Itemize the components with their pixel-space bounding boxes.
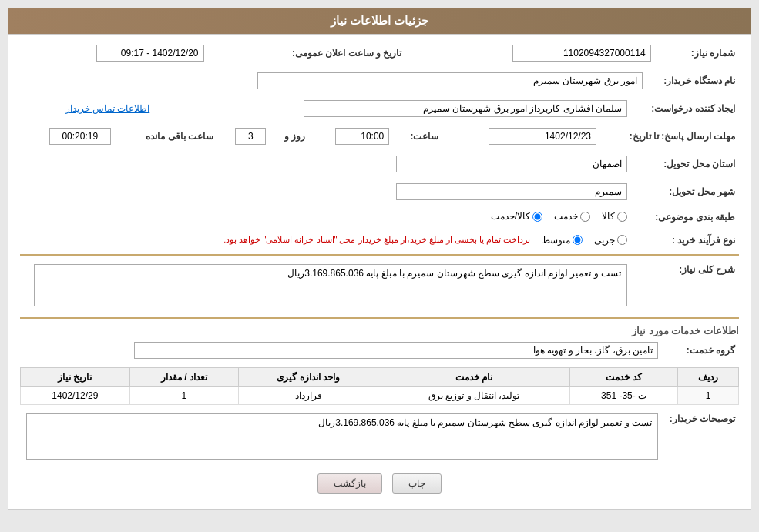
radio-motovaset: متوسط xyxy=(542,235,583,246)
col-radif: ردیف xyxy=(677,367,738,386)
mohlat-rooz-label: روز و xyxy=(270,125,309,147)
shahr-label: شهر محل تحویل: xyxy=(631,181,739,202)
nam-dastgah-box: امور برق شهرستان سمیرم xyxy=(257,72,643,89)
saat-bagi-cell: 00:20:19 xyxy=(20,125,115,147)
grooh-khadamat-box: تامین برق، گاز، بخار و تهویه هوا xyxy=(134,342,658,359)
nam-dastgah-value: امور برق شهرستان سمیرم xyxy=(20,70,646,92)
cell-radif: 1 xyxy=(677,386,738,404)
radio-kala-input[interactable] xyxy=(617,212,627,222)
ijad-label: ایجاد کننده درخواست: xyxy=(631,98,739,119)
tarikh-box: 1402/12/20 - 09:17 xyxy=(96,45,204,62)
col-tedad: تعداد / مقدار xyxy=(129,367,239,386)
radio-jozii: جزیی xyxy=(594,235,627,246)
col-vahed: واحد اندازه گیری xyxy=(239,367,378,386)
info-table-7: طبقه بندی موضوعی: کالا خدمت xyxy=(20,209,739,226)
noghte-kharid-label: نوع فرآیند خرید : xyxy=(631,233,739,248)
sharh-container: تست و تعمیر لوازم اندازه گیری سطح شهرستا… xyxy=(24,264,627,309)
cell-tarikh: 1402/12/29 xyxy=(21,386,130,404)
button-group: چاپ بازگشت xyxy=(20,473,739,501)
radio-motovaset-label: متوسط xyxy=(542,235,570,246)
table-header-row: ردیف کد خدمت نام خدمت واحد اندازه گیری ت… xyxy=(21,367,739,386)
tosif-value: تست و تعمیر لوازم اندازه گیری سطح شهرستا… xyxy=(20,411,662,464)
mohlat-rooz-box: 3 xyxy=(235,128,266,145)
noghte-kharid-group: جزیی متوسط پرداخت تمام یا بخشی از مبلغ خ… xyxy=(24,235,627,246)
ettelaat-tamas-cell: اطلاعات تماس خریدار xyxy=(20,98,157,119)
tosif-label: توصیحات خریدار: xyxy=(662,411,739,464)
info-table-8: نوع فرآیند خرید : جزیی متوسط پرداخت تمام… xyxy=(20,233,739,248)
ijad-value: سلمان افشاری کاربرداز امور برق شهرستان س… xyxy=(157,98,631,119)
sharh-text: تست و تعمیر لوازم اندازه گیری سطح شهرستا… xyxy=(287,268,621,279)
tabaghebandi-radio-group: کالا خدمت کالا/خدمت xyxy=(491,211,627,222)
divider-1 xyxy=(20,254,739,256)
page-wrapper: جزئیات اطلاعات نیاز شماره نیاز: 11020943… xyxy=(0,0,759,532)
noghte-kharid-value: جزیی متوسط پرداخت تمام یا بخشی از مبلغ خ… xyxy=(20,233,631,248)
shomara-niaz-box: 1102094327000114 xyxy=(512,45,651,62)
info-table-4: مهلت ارسال پاسخ: تا تاریخ: 1402/12/23 سا… xyxy=(20,125,739,147)
ostan-value: اصفهان xyxy=(20,153,631,175)
col-nam: نام خدمت xyxy=(378,367,570,386)
shomara-niaz-label: شماره نیاز: xyxy=(655,42,739,64)
pardakht-note: پرداخت تمام یا بخشی از مبلغ خرید،از مبلغ… xyxy=(223,235,530,245)
tosif-container: تست و تعمیر لوازم اندازه گیری سطح شهرستا… xyxy=(24,413,658,462)
radio-jozii-label: جزیی xyxy=(594,235,615,246)
info-table-tosif: توصیحات خریدار: تست و تعمیر لوازم اندازه… xyxy=(20,411,739,464)
shahr-value: سمیرم xyxy=(20,181,631,202)
saat-bagi-box: 00:20:19 xyxy=(49,128,111,145)
radio-khadamat-input[interactable] xyxy=(580,212,590,222)
info-table-3: ایجاد کننده درخواست: سلمان افشاری کاربرد… xyxy=(20,98,739,119)
radio-kala-label: کالا xyxy=(602,211,615,222)
sharh-value: تست و تعمیر لوازم اندازه گیری سطح شهرستا… xyxy=(20,262,631,311)
back-button[interactable]: بازگشت xyxy=(317,473,382,494)
info-table-2: نام دستگاه خریدار: امور برق شهرستان سمیر… xyxy=(20,70,739,92)
ettelaat-tamas-link[interactable]: اطلاعات تماس خریدار xyxy=(65,103,150,114)
grooh-khadamat-value: تامین برق، گاز، بخار و تهویه هوا xyxy=(20,340,662,361)
table-row: 1 ت -35- 351 تولید، انتقال و توزیع برق ق… xyxy=(21,386,739,404)
cell-vahed: قرارداد xyxy=(239,386,378,404)
shahr-box: سمیرم xyxy=(396,183,627,200)
shomara-niaz-value: 1102094327000114 xyxy=(417,42,654,64)
info-table-sharh: شرح کلی نیاز: تست و تعمیر لوازم اندازه گ… xyxy=(20,262,739,311)
info-table-6: شهر محل تحویل: سمیرم xyxy=(20,181,739,202)
tarikh-label: تاریخ و ساعت اعلان عمومی: xyxy=(208,42,418,64)
saat-bagi-label: ساعت باقی مانده xyxy=(115,125,217,147)
divider-2 xyxy=(20,317,739,319)
services-title: اطلاعات خدمات مورد نیاز xyxy=(20,325,739,336)
grooh-khadamat-label: گروه خدمت: xyxy=(662,340,739,361)
tarikh-value: 1402/12/20 - 09:17 xyxy=(20,42,208,64)
radio-kala-khadamat-input[interactable] xyxy=(532,212,542,222)
tabaghebandi-value: کالا خدمت کالا/خدمت xyxy=(20,209,631,226)
radio-khadamat-label: خدمت xyxy=(554,211,578,222)
nam-dastgah-label: نام دستگاه خریدار: xyxy=(646,70,739,92)
mohlat-rooz-cell: 3 xyxy=(217,125,270,147)
info-table-grooh: گروه خدمت: تامین برق، گاز، بخار و تهویه … xyxy=(20,340,739,361)
mohlat-saat-cell: 10:00 xyxy=(309,125,393,147)
radio-kala-khadamat: کالا/خدمت xyxy=(491,211,542,222)
radio-kala-khadamat-label: کالا/خدمت xyxy=(491,211,530,222)
col-kod: کد خدمت xyxy=(570,367,678,386)
radio-jozii-input[interactable] xyxy=(617,235,627,245)
ijad-box: سلمان افشاری کاربرداز امور برق شهرستان س… xyxy=(304,100,627,117)
page-title: جزئیات اطلاعات نیاز xyxy=(8,8,751,34)
ostan-label: استان محل تحویل: xyxy=(631,153,739,175)
mohlat-saat-box: 10:00 xyxy=(335,128,389,145)
cell-kod: ت -35- 351 xyxy=(570,386,678,404)
radio-kala: کالا xyxy=(602,211,627,222)
tabaghebandi-label: طبقه بندی موضوعی: xyxy=(631,209,739,226)
mohlat-saat-label: ساعت: xyxy=(393,125,442,147)
radio-khadamat: خدمت xyxy=(554,211,590,222)
col-tarikh: تاریخ نیاز xyxy=(21,367,130,386)
services-table: ردیف کد خدمت نام خدمت واحد اندازه گیری ت… xyxy=(20,367,739,405)
main-container: شماره نیاز: 1102094327000114 تاریخ و ساع… xyxy=(8,34,751,510)
mohlat-date-cell: 1402/12/23 xyxy=(442,125,600,147)
info-table-1: شماره نیاز: 1102094327000114 تاریخ و ساع… xyxy=(20,42,739,64)
info-table-5: استان محل تحویل: اصفهان xyxy=(20,153,739,175)
tosif-text: تست و تعمیر لوازم اندازه گیری سطح شهرستا… xyxy=(318,417,652,428)
sharh-label: شرح کلی نیاز: xyxy=(631,262,739,311)
mohlat-date-box: 1402/12/23 xyxy=(489,128,596,145)
print-button[interactable]: چاپ xyxy=(392,473,442,494)
mohlat-label: مهلت ارسال پاسخ: تا تاریخ: xyxy=(600,125,739,147)
radio-motovaset-input[interactable] xyxy=(573,235,583,245)
ostan-box: اصفهان xyxy=(396,156,627,172)
cell-nam: تولید، انتقال و توزیع برق xyxy=(378,386,570,404)
cell-tedad: 1 xyxy=(129,386,239,404)
